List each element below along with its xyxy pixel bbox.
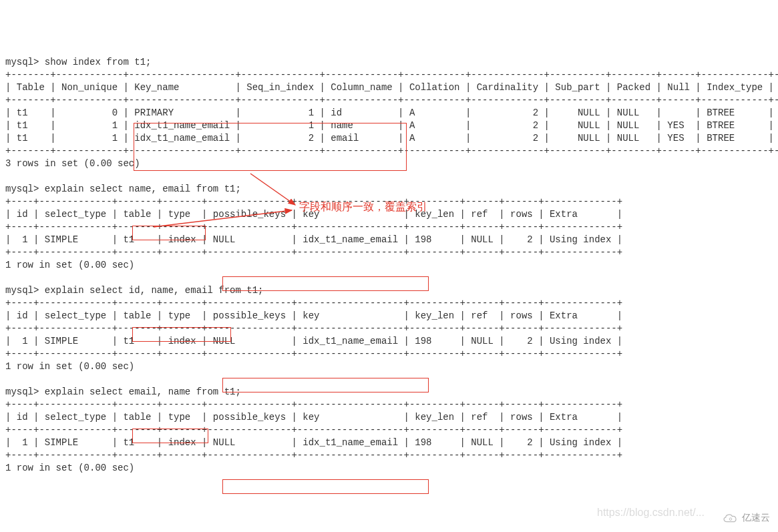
annotation-label: 字段和顺序一致，覆盖索引 <box>299 200 427 213</box>
cloud-icon <box>722 512 739 524</box>
svg-point-4 <box>729 517 732 520</box>
watermark: https://blog.csdn.net/... <box>597 506 705 519</box>
brand-text: 亿速云 <box>742 511 770 524</box>
brand-logo: 亿速云 <box>722 511 770 524</box>
highlight-box-null-3 <box>222 479 429 494</box>
terminal-output: mysql> show index from t1; +-------+----… <box>5 56 773 475</box>
